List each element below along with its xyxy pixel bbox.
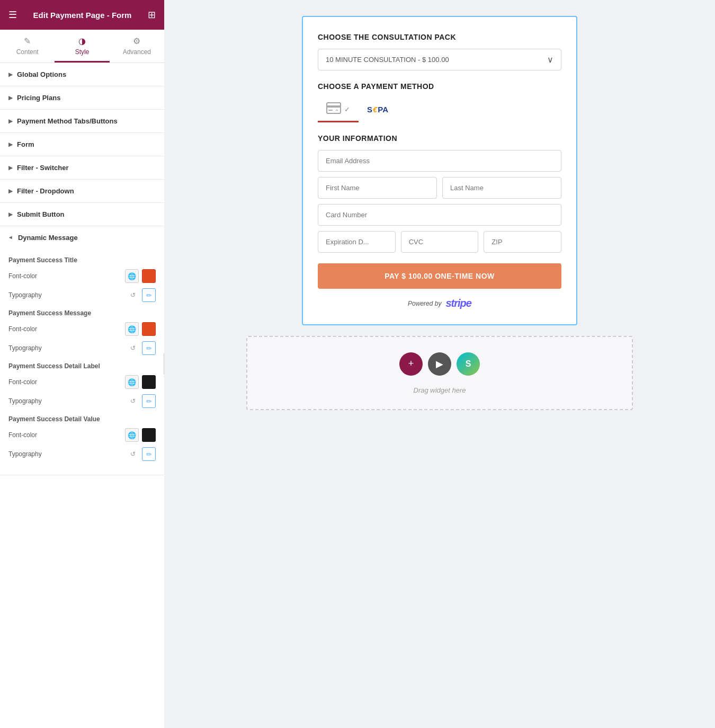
style-icon: ◑ xyxy=(78,36,86,46)
accordion-header-filter-dropdown[interactable]: ▶ Filter - Dropdown xyxy=(0,180,164,202)
card-details-row xyxy=(318,231,561,253)
edit-button-3[interactable]: ✏ xyxy=(142,394,156,408)
color-swatch-4[interactable] xyxy=(142,428,156,442)
accordion-form: ▶ Form xyxy=(0,133,164,156)
payment-tab-card[interactable]: ✓ xyxy=(318,98,359,122)
information-title: YOUR INFORMATION xyxy=(318,134,561,143)
sepa-logo: S€PA xyxy=(367,105,388,114)
field-controls: 🌐 xyxy=(125,322,156,336)
drop-zone-text: Drag widget here xyxy=(414,386,466,394)
accordion-pricing-plans: ▶ Pricing Plans xyxy=(0,86,164,110)
chevron-icon: ▶ xyxy=(8,165,13,171)
chevron-icon: ▶ xyxy=(8,95,13,101)
field-row-typography-3: Typography ↺ ✏ xyxy=(8,394,156,408)
section-payment-success-detail-label: Payment Success Detail Label xyxy=(8,362,156,370)
globe-button-1[interactable]: 🌐 xyxy=(125,269,139,283)
accordion-header-submit-button[interactable]: ▶ Submit Button xyxy=(0,203,164,226)
svg-rect-1 xyxy=(327,105,341,108)
field-controls: 🌐 xyxy=(125,375,156,389)
field-controls: ↺ ✏ xyxy=(127,394,156,408)
cvc-field[interactable] xyxy=(401,231,479,253)
accordion-payment-method-tabs: ▶ Payment Method Tabs/Buttons xyxy=(0,110,164,133)
field-controls: 🌐 xyxy=(125,428,156,442)
tab-style[interactable]: ◑ Style xyxy=(55,30,109,63)
color-swatch-3[interactable] xyxy=(142,375,156,389)
pay-button[interactable]: PAY $ 100.00 ONE-TIME NOW xyxy=(318,263,561,289)
checkmark-icon: ✓ xyxy=(344,105,350,113)
chevron-icon: ▶ xyxy=(8,118,13,124)
field-controls: 🌐 xyxy=(125,269,156,283)
sidebar: ☰ Edit Payment Page - Form ⊞ ✎ Content ◑… xyxy=(0,0,164,728)
video-button[interactable]: ▶ xyxy=(428,352,451,376)
globe-button-2[interactable]: 🌐 xyxy=(125,322,139,336)
sidebar-tabs: ✎ Content ◑ Style ⚙ Advanced xyxy=(0,30,164,63)
accordion-header-global-options[interactable]: ▶ Global Options xyxy=(0,63,164,86)
expiration-field[interactable] xyxy=(318,231,396,253)
field-row-font-color-4: Font-color 🌐 xyxy=(8,428,156,442)
payment-method-title: CHOOSE A PAYMENT METHOD xyxy=(318,82,561,91)
chevron-down-icon: ▼ xyxy=(8,235,14,241)
first-name-field[interactable] xyxy=(318,177,437,199)
field-row-font-color-1: Font-color 🌐 xyxy=(8,269,156,283)
section-payment-success-title: Payment Success Title xyxy=(8,256,156,264)
chevron-icon: ▶ xyxy=(8,72,13,77)
hamburger-icon[interactable]: ☰ xyxy=(8,9,17,21)
section-payment-success-message: Payment Success Message xyxy=(8,309,156,317)
edit-button-1[interactable]: ✏ xyxy=(142,288,156,302)
accordion-header-dynamic-message[interactable]: ▼ Dynamic Message xyxy=(0,226,164,249)
accordion-header-filter-switcher[interactable]: ▶ Filter - Switcher xyxy=(0,156,164,179)
accordion-header-payment-method-tabs[interactable]: ▶ Payment Method Tabs/Buttons xyxy=(0,110,164,132)
field-controls: ↺ ✏ xyxy=(127,288,156,302)
svg-rect-0 xyxy=(327,103,341,113)
main-content: CHOOSE THE CONSULTATION PACK 10 MINUTE C… xyxy=(164,0,715,728)
consultation-title: CHOOSE THE CONSULTATION PACK xyxy=(318,33,561,41)
accordion-global-options: ▶ Global Options xyxy=(0,63,164,86)
reset-button-1[interactable]: ↺ xyxy=(127,289,139,301)
drop-zone[interactable]: + ▶ S Drag widget here xyxy=(246,336,633,410)
reset-button-3[interactable]: ↺ xyxy=(127,395,139,407)
payment-form-card: CHOOSE THE CONSULTATION PACK 10 MINUTE C… xyxy=(302,16,577,325)
credit-card-icon xyxy=(326,102,341,117)
consultation-option: 10 MINUTE CONSULTATION - $ 100.00 xyxy=(326,56,449,64)
chevron-icon: ▶ xyxy=(8,188,13,194)
card-number-field[interactable] xyxy=(318,204,561,226)
last-name-field[interactable] xyxy=(442,177,561,199)
consultation-dropdown[interactable]: 10 MINUTE CONSULTATION - $ 100.00 ∨ xyxy=(318,49,561,70)
zip-field[interactable] xyxy=(484,231,561,253)
accordion-dynamic-message: ▼ Dynamic Message Payment Success Title … xyxy=(0,226,164,475)
globe-button-3[interactable]: 🌐 xyxy=(125,375,139,389)
dropdown-arrow-icon: ∨ xyxy=(547,55,553,65)
tab-advanced[interactable]: ⚙ Advanced xyxy=(110,30,164,63)
accordion-submit-button: ▶ Submit Button xyxy=(0,203,164,226)
field-controls: ↺ ✏ xyxy=(127,341,156,355)
sidebar-title: Edit Payment Page - Form xyxy=(33,11,132,20)
globe-button-4[interactable]: 🌐 xyxy=(125,428,139,442)
stripe-logo: stripe xyxy=(445,297,471,309)
accordion-header-pricing-plans[interactable]: ▶ Pricing Plans xyxy=(0,86,164,109)
reset-button-2[interactable]: ↺ xyxy=(127,342,139,354)
edit-button-4[interactable]: ✏ xyxy=(142,447,156,461)
elementor-button[interactable]: S xyxy=(457,352,480,376)
accordion-header-form[interactable]: ▶ Form xyxy=(0,133,164,156)
edit-button-2[interactable]: ✏ xyxy=(142,341,156,355)
svg-rect-2 xyxy=(328,110,333,111)
color-swatch-2[interactable] xyxy=(142,322,156,336)
reset-button-4[interactable]: ↺ xyxy=(127,448,139,460)
color-swatch-1[interactable] xyxy=(142,269,156,283)
sidebar-header: ☰ Edit Payment Page - Form ⊞ xyxy=(0,0,164,30)
grid-icon[interactable]: ⊞ xyxy=(148,9,156,21)
fab-buttons: + ▶ S xyxy=(399,352,480,376)
tab-content[interactable]: ✎ Content xyxy=(0,30,55,63)
powered-by-label: Powered by xyxy=(408,300,441,307)
add-widget-button[interactable]: + xyxy=(399,352,423,376)
email-field[interactable] xyxy=(318,150,561,172)
field-row-typography-1: Typography ↺ ✏ xyxy=(8,288,156,302)
field-row-typography-4: Typography ↺ ✏ xyxy=(8,447,156,461)
powered-by: Powered by stripe xyxy=(318,297,561,309)
field-controls: ↺ ✏ xyxy=(127,447,156,461)
dynamic-message-content: Payment Success Title Font-color 🌐 Typog… xyxy=(0,256,164,475)
chevron-icon: ▶ xyxy=(8,211,13,217)
payment-tab-sepa[interactable]: S€PA xyxy=(359,98,397,122)
chevron-icon: ▶ xyxy=(8,141,13,147)
name-row xyxy=(318,177,561,199)
